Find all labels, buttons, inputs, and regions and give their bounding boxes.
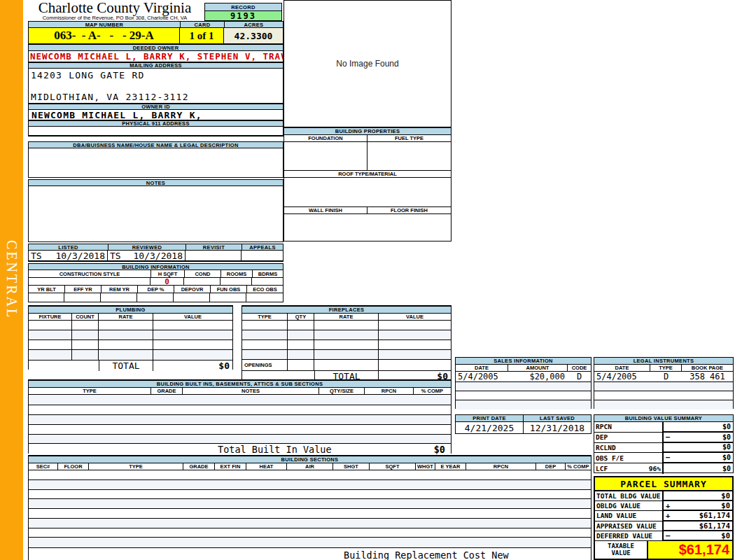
built-ins-headers: TYPE GRADE NOTES QTY/SIZE RPCN % COMP xyxy=(29,388,451,395)
bvs-lcf-pct: 96% xyxy=(649,465,661,472)
parcel-summary-title: PARCEL SUMMARY xyxy=(595,477,732,491)
ps-row-taxable: TAXABLE VALUE $61,174 xyxy=(595,541,732,559)
built-ins-title: BUILDING BUILT INS, BASEMENTS, ATTICS & … xyxy=(29,381,451,388)
deeded-owner-label: DEEDED OWNER xyxy=(28,44,284,51)
legal-title: LEGAL INSTRUMENTS xyxy=(594,358,733,365)
hsqft-value: 0 xyxy=(150,278,184,285)
value-label: VALUE xyxy=(153,314,232,320)
bvs-lcf-value: $0 xyxy=(722,465,731,472)
foundation-value xyxy=(284,142,368,170)
physical-address-value xyxy=(28,127,284,136)
acres-label: ACRES xyxy=(224,21,284,28)
building-properties-table: BUILDING PROPERTIES FOUNDATION FUEL TYPE… xyxy=(284,127,451,241)
reviewed-by: TS xyxy=(110,251,121,261)
record-box: RECORD 9193 xyxy=(204,3,282,21)
owner-id-value: NEWCOMB MICHAEL L, BARRY K, xyxy=(28,110,284,120)
last-saved-label: LAST SAVED xyxy=(524,415,591,421)
map-number-value: 063- - A- - - 29-A xyxy=(29,28,180,43)
ps-row-deferred: DEFERRED VALUE –$0 xyxy=(595,531,732,541)
rooms-value xyxy=(220,278,252,285)
revisit-label: REVISIT xyxy=(186,244,241,251)
building-sections-row xyxy=(29,499,591,509)
funobs-label: FUN OBS xyxy=(211,286,247,293)
building-sections-row xyxy=(29,509,591,519)
fireplaces-row xyxy=(242,350,451,360)
building-info-headers2: YR BLT EFF YR REM YR DEP % DEPOVR FUN OB… xyxy=(28,286,284,293)
parcel-summary: PARCEL SUMMARY TOTAL BLDG VALUE $0 OBLDG… xyxy=(594,476,734,560)
listed-label: LISTED xyxy=(28,244,108,251)
effyr-value xyxy=(64,293,101,302)
built-ins-total-row: Total Built In Value $0 xyxy=(29,444,451,455)
legal-data-row: 5/4/2005 D 358 461 xyxy=(594,372,733,382)
ps-appraised-label: APPRAISED VALUE xyxy=(596,522,657,530)
legal-type-label: TYPE xyxy=(650,365,682,371)
bi-notes-label: NOTES xyxy=(183,388,319,394)
building-sections-title: BUILDING SECTIONS xyxy=(29,456,591,463)
depovr-value xyxy=(174,293,210,302)
building-sections-row xyxy=(29,519,591,528)
ps-row-appraised: APPRAISED VALUE $61,174 xyxy=(595,522,732,531)
mailing-address-box: 14203 LONG GATE RD MIDLOTHIAN, VA 23112-… xyxy=(28,69,284,104)
bvs-row-rclnd: RCLND $0 xyxy=(594,443,733,454)
plumbing-row xyxy=(29,350,232,360)
rate-label: RATE xyxy=(99,314,153,320)
ps-totalbldg-value: $0 xyxy=(721,491,730,500)
ps-land-sign: + xyxy=(666,511,670,519)
building-properties-title: BUILDING PROPERTIES xyxy=(284,128,451,135)
fp-value-label: VALUE xyxy=(379,314,451,320)
count-label: COUNT xyxy=(72,314,99,320)
construction-style-label: CONSTRUCTION STYLE xyxy=(29,270,151,277)
building-value-summary: BUILDING VALUE SUMMARY RPCN $0 DEP –$0 R… xyxy=(594,414,734,473)
last-saved-value: 12/31/2018 xyxy=(524,422,591,433)
building-info-headers1: CONSTRUCTION STYLE H SQFT COND ROOMS BDR… xyxy=(28,270,284,278)
rpcn-label: RPCN xyxy=(466,463,536,470)
shgt-label: SHGT xyxy=(333,463,370,470)
card-label: CARD xyxy=(180,21,224,28)
bvs-obsfe-label: OBS F/E xyxy=(596,454,624,462)
depovr-label: DEPOVR xyxy=(174,286,211,293)
heat-label: HEAT xyxy=(246,463,287,470)
bvs-row-obsfe: OBS F/E –$0 xyxy=(594,453,733,463)
bdrms-value xyxy=(252,278,283,285)
plumbing-row xyxy=(29,330,232,340)
eyear-label: E YEAR xyxy=(435,463,466,470)
deeded-owner-value: NEWCOMB MICHAEL L, BARRY K, STEPHEN V, T… xyxy=(28,51,284,62)
whgt-label: WHGT xyxy=(416,463,435,470)
building-info-values2 xyxy=(28,293,284,302)
ps-land-label: LAND VALUE xyxy=(596,512,636,519)
sales-empty-row xyxy=(456,391,591,400)
bvs-dep-label: DEP xyxy=(596,433,608,441)
pctcomp-label: % COMP xyxy=(566,463,591,470)
mailing-line2: MIDLOTHIAN, VA 23112-3112 xyxy=(31,92,189,102)
built-ins-row xyxy=(29,405,451,414)
dba-label: DBA/BUISNESS NAME/HOUSE NAME & LEGAL DES… xyxy=(28,141,284,148)
fireplaces-headers: TYPE QTY RATE VALUE xyxy=(242,314,451,321)
grade-label: GRADE xyxy=(183,463,215,470)
building-info-title: BUILDING INFORMATION xyxy=(28,263,284,270)
yrblt-value xyxy=(29,293,64,302)
map-number-label: MAP NUMBER xyxy=(28,21,180,28)
print-date-label: PRINT DATE xyxy=(456,415,524,421)
notes-label: NOTES xyxy=(28,179,284,186)
sales-data-row: 5/4/2005 $20,000 D xyxy=(456,372,591,382)
legal-bookpage-label: BOOK PAGE xyxy=(682,365,733,371)
fireplaces-table: FIREPLACES TYPE QTY RATE VALUE OPENINGS … xyxy=(241,305,451,380)
bi-type-label: TYPE xyxy=(29,388,151,394)
foundation-label: FOUNDATION xyxy=(284,135,368,141)
fireplaces-row xyxy=(242,321,451,330)
sales-empty-row xyxy=(456,400,591,410)
ps-obldg-value: $0 xyxy=(721,501,730,510)
legal-empty-row xyxy=(594,391,733,400)
legal-date-label: DATE xyxy=(594,365,650,371)
dep-pct-value xyxy=(137,293,174,302)
dep-pct-label: DEP % xyxy=(138,286,174,293)
wallfinish-label: WALL FINISH xyxy=(284,207,368,214)
ps-totalbldg-label: TOTAL BLDG VALUE xyxy=(596,492,661,500)
ps-row-totalbldg: TOTAL BLDG VALUE $0 xyxy=(595,491,732,501)
air-label: AIR xyxy=(287,463,333,470)
reviewed-date: 10/3/2018 xyxy=(134,251,183,261)
appeals-value xyxy=(241,251,283,260)
map-value-row: 063- - A- - - 29-A 1 of 1 42.3300 xyxy=(28,28,284,44)
hsqft-label: H SQFT xyxy=(151,270,185,277)
card-value: 1 of 1 xyxy=(180,28,224,43)
